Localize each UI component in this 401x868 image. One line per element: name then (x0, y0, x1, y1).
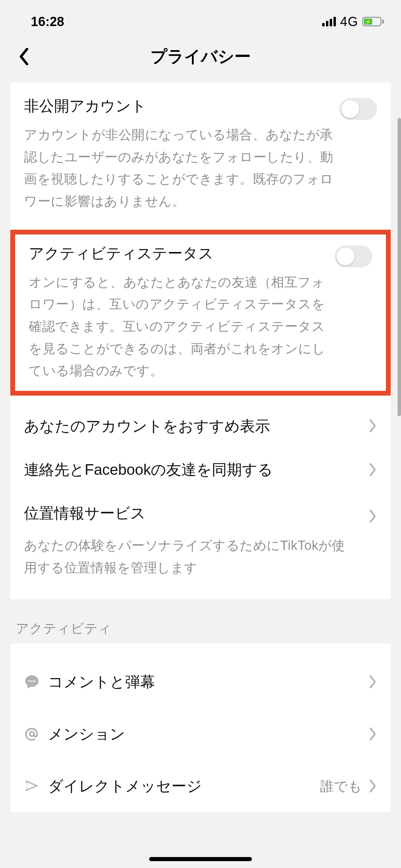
dm-value: 誰でも (320, 777, 362, 796)
private-account-row: 非公開アカウント アカウントが非公開になっている場合、あなたが承認したユーザーの… (24, 96, 377, 213)
comments-row[interactable]: コメントと弾幕 (24, 656, 377, 708)
private-account-toggle[interactable] (339, 98, 377, 120)
mentions-row[interactable]: メンション (24, 708, 377, 760)
activity-status-row: アクティビティステータス オンにすると、あなたとあなたの友達（相互フォロワー）は… (29, 243, 372, 382)
svg-point-2 (34, 680, 35, 682)
dm-row[interactable]: ダイレクトメッセージ 誰でも (24, 760, 377, 812)
location-row[interactable]: 位置情報サービス あなたの体験をパーソナライズするためにTikTokが使用する位… (24, 500, 377, 579)
home-indicator[interactable] (149, 857, 252, 861)
back-button[interactable] (14, 46, 34, 67)
activity-status-label: アクティビティステータス (29, 243, 331, 263)
dm-label: ダイレクトメッセージ (48, 776, 320, 796)
svg-point-1 (31, 680, 33, 682)
toggle-knob (341, 100, 359, 118)
activity-section-header: アクティビティ (10, 599, 391, 643)
send-icon (24, 778, 48, 794)
mentions-label: メンション (48, 724, 369, 744)
nav-bar: プライバシー (0, 34, 401, 79)
activity-status-toggle[interactable] (335, 245, 372, 267)
network-label: 4G (340, 14, 358, 29)
comments-label: コメントと弾幕 (48, 672, 369, 692)
suggest-account-label: あなたのアカウントをおすすめ表示 (24, 413, 356, 439)
status-right: 4G ⚡ (322, 14, 384, 29)
private-account-label: 非公開アカウント (24, 96, 336, 116)
chevron-right-icon (369, 509, 377, 523)
status-bar: 16:28 4G ⚡ (0, 0, 401, 34)
location-label: 位置情報サービス (24, 500, 356, 526)
chevron-right-icon (369, 779, 377, 793)
activity-card: コメントと弾幕 メンション ダイレクトメッセージ 誰でも (10, 643, 391, 812)
scroll-bar[interactable] (398, 118, 401, 416)
chevron-right-icon (369, 675, 377, 689)
battery-icon: ⚡ (362, 17, 384, 26)
content: 非公開アカウント アカウントが非公開になっている場合、あなたが承認したユーザーの… (0, 82, 401, 868)
comment-icon (24, 674, 48, 690)
status-time: 16:28 (31, 14, 64, 29)
sync-contacts-label: 連絡先とFacebookの友達を同期する (24, 456, 356, 483)
signal-icon (322, 17, 336, 26)
discoverability-card: 非公開アカウント アカウントが非公開になっている場合、あなたが承認したユーザーの… (10, 82, 391, 599)
private-account-desc: アカウントが非公開になっている場合、あなたが承認したユーザーのみがあなたをフォロ… (24, 124, 336, 212)
toggle-knob (337, 248, 354, 265)
chevron-right-icon (369, 463, 377, 477)
page-title: プライバシー (0, 46, 401, 68)
sync-contacts-row[interactable]: 連絡先とFacebookの友達を同期する (24, 456, 377, 483)
suggest-account-row[interactable]: あなたのアカウントをおすすめ表示 (24, 413, 377, 439)
svg-point-0 (28, 680, 30, 682)
chevron-right-icon (369, 419, 377, 433)
location-desc: あなたの体験をパーソナライズするためにTikTokが使用する位置情報を管理します (24, 534, 356, 579)
chevron-left-icon (19, 48, 29, 65)
at-icon (24, 726, 48, 742)
activity-status-desc: オンにすると、あなたとあなたの友達（相互フォロワー）は、互いのアクティビティステ… (29, 271, 331, 382)
activity-status-highlight: アクティビティステータス オンにすると、あなたとあなたの友達（相互フォロワー）は… (10, 230, 391, 396)
chevron-right-icon (369, 727, 377, 741)
